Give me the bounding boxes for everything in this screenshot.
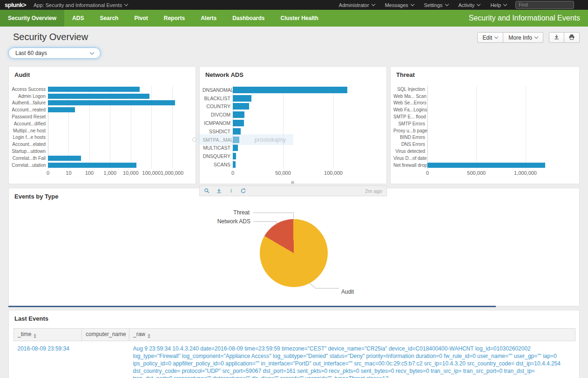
bar-track [48,155,193,162]
bar-authenti-failure[interactable] [48,100,175,105]
export-button[interactable] [549,32,564,43]
category-label: Password Reset [12,114,48,119]
chevron-down-icon [534,35,538,39]
chart-row: Virus D...of date [393,155,576,162]
category-label: DNSANOMALY [203,87,233,93]
chart-row: SMTP Errors [393,120,576,127]
app-menu[interactable]: App: Security and Informational Events [34,2,128,8]
column-header-time[interactable]: _time [14,329,82,341]
network-ads-bar-chart[interactable]: DNSANOMALYBLACKLISTCOUNTRYDIVCOMICMPANOM… [203,86,384,177]
category-label: Startup...utdown [12,149,48,154]
chart-row: DIVCOM [203,110,384,119]
chart-row: SQL Injection [393,86,576,93]
bar-track [48,148,193,155]
pie-label-network-ads[interactable]: Network ADS [186,218,250,225]
sort-down-arrow [34,337,36,338]
topbar-menu-administrator[interactable]: Administrator [339,2,375,8]
chart-row: Access Success [12,86,193,93]
sort-down-arrow [148,337,150,338]
pie-label-audit[interactable]: Audit [341,289,354,295]
category-label: SCANS [203,162,233,167]
topbar-menu-activity[interactable]: Activity [459,2,480,8]
nav-tab-reports[interactable]: Reports [156,10,193,27]
topbar-menu-help[interactable]: Help [490,2,507,8]
chart-row: SCANS [203,160,384,169]
find-input[interactable] [515,1,574,9]
edit-moreinfo-group: Edit More Info [477,32,543,43]
nav-tab-cluster-health[interactable]: Cluster Health [273,10,326,27]
bar-icmpanom[interactable] [233,120,244,126]
bar-dnsanomaly[interactable] [233,87,347,93]
bar-admin-logon[interactable] [48,94,149,99]
panel-last-events: Last Events _timecomputer_name_raw 2016-… [8,310,580,378]
topbar-menu-settings[interactable]: Settings [424,2,448,8]
last-events-title: Last Events [9,310,579,323]
nav-tab-pivot[interactable]: Pivot [126,10,155,27]
threat-bar-chart[interactable]: SQL InjectionWeb Ma... ScanWeb Se...Erro… [393,86,576,177]
print-button[interactable] [564,32,580,43]
column-header-raw[interactable]: _raw [129,329,575,341]
panel-threat-title: Threat [391,67,579,79]
cell-raw: Aug 9 23:59:34 10.4.3.240 date=2016-08-0… [129,341,575,378]
splunk-logo[interactable]: splunk> [5,1,26,8]
bar-country[interactable] [233,103,249,110]
open-in-search-icon[interactable] [204,188,210,194]
nav-tab-alerts[interactable]: Alerts [193,10,224,27]
panel-drag-handle[interactable] [291,181,294,184]
bar-access-success[interactable] [48,87,140,92]
chart-row: BIND Errors [393,134,576,141]
edit-button[interactable]: Edit [477,32,504,43]
nav-tab-dashboards[interactable]: Dashboards [224,10,272,27]
nav-tab-search[interactable]: Search [92,10,126,27]
time-range-picker[interactable]: Last 60 days [8,48,101,59]
bar-account-reated[interactable] [48,107,75,112]
bar-track [48,100,193,107]
refresh-icon[interactable] [240,188,246,194]
category-label: SMTPA...MALY [203,137,233,143]
pie-label-threat[interactable]: Threat [208,209,250,216]
bar-multicast[interactable] [233,144,238,151]
bar-correlat-utation[interactable] [48,163,136,168]
app-nav-bar: Security OverviewADSSearchPivotReportsAl… [0,10,588,27]
bar-correlat-th-fail[interactable] [48,156,81,161]
pie-leader-line [276,221,277,225]
chart-row: Account...elated [12,141,193,148]
bar-sshdict[interactable] [233,128,241,135]
nav-tab-security-overview[interactable]: Security Overview [0,10,64,27]
bar-track [427,148,576,155]
category-label: SSHDICT [203,129,233,134]
axis-tick-label: 100 [85,170,94,176]
chart-row: Account...reated [12,106,193,113]
column-header-computer_name[interactable]: computer_name [82,329,129,341]
bar-smtpa-maly[interactable] [233,137,239,143]
bar-track [427,100,576,107]
bar-divcom[interactable] [233,111,244,118]
chart-row: Net firewall drop [393,162,576,169]
download-icon [554,34,560,41]
axis-tick-label: 1,000,000 [514,170,537,176]
chevron-down-icon [445,2,448,6]
bar-dnsquery[interactable] [233,153,236,159]
chart-row: ICMPANOM [203,119,384,127]
category-label: SMTP E... flood [393,114,427,119]
sort-up-arrow [34,334,36,336]
export-results-icon[interactable] [216,188,222,194]
bar-scans[interactable] [233,161,236,168]
panel-progress-bar [8,306,496,307]
nav-tab-ads[interactable]: ADS [64,10,92,27]
more-info-button[interactable]: More Info [503,32,543,43]
panel-progress-track [8,306,580,307]
inspect-icon[interactable]: i [228,188,234,194]
topbar-menu-messages[interactable]: Messages [385,2,414,8]
bar-net-firewall-drop[interactable] [427,163,545,168]
audit-bar-chart[interactable]: Access SuccessAdmin LogonAuthenti...fail… [12,86,193,177]
sort-up-arrow [148,334,150,336]
events-by-type-pie-chart[interactable] [260,219,328,287]
time-link[interactable]: 2016-08-09 23:59:34 [18,345,69,352]
table-row: 2016-08-09 23:59:34Aug 9 23:59:34 10.4.3… [14,341,575,378]
axis-tick-label: 500,000 [467,170,486,176]
panel-network-ads-title: Network ADS [200,67,386,79]
category-label: Web Fa...Logins [393,107,427,112]
column-header-label: _raw [133,331,145,337]
bar-blacklist[interactable] [233,95,251,102]
